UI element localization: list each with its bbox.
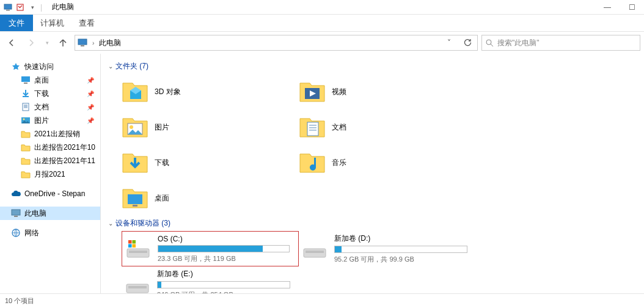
sidebar-item[interactable]: 桌面📌 (0, 73, 100, 87)
sidebar-item-label: OneDrive - Stepan (24, 189, 85, 198)
drive-name: OS (C:) (158, 235, 290, 243)
this-pc-icon (4, 3, 12, 12)
sidebar-network[interactable]: 网络 (0, 226, 100, 240)
svg-point-23 (130, 125, 133, 129)
svg-rect-34 (133, 240, 136, 244)
svg-rect-10 (23, 103, 29, 111)
sidebar-item[interactable]: 出差报告2021年10 (0, 141, 100, 154)
drive-name: 新加卷 (E:) (157, 269, 290, 279)
maximize-button[interactable]: ☐ (620, 0, 644, 15)
folder-item[interactable]: 文档 (299, 109, 476, 145)
sidebar-item-label: 快速访问 (24, 62, 54, 72)
svg-rect-8 (24, 82, 27, 84)
up-button[interactable] (55, 35, 71, 51)
svg-rect-9 (23, 96, 29, 97)
document-folder-icon (299, 114, 326, 141)
svg-rect-4 (81, 45, 84, 46)
svg-rect-36 (133, 244, 136, 248)
sidebar-item-label: 月报2021 (34, 169, 65, 180)
ribbon-file-tab[interactable]: 文件 (0, 15, 33, 31)
svg-rect-16 (12, 210, 20, 215)
download-icon (21, 89, 31, 98)
svg-rect-28 (128, 194, 142, 204)
drive-item[interactable]: 新加卷 (E:)246 GB 可用，共 254 GB (122, 266, 299, 293)
section-folders[interactable]: ⌄ 文件夹 (7) (103, 59, 644, 74)
folder-label: 3D 对象 (155, 87, 181, 97)
drive-text: 23.3 GB 可用，共 119 GB (158, 254, 290, 263)
sidebar: 快速访问 桌面📌下载📌文档📌图片📌2021出差报销出差报告2021年10出差报告… (0, 54, 101, 293)
sidebar-item[interactable]: 下载📌 (0, 87, 100, 100)
sidebar-item[interactable]: 2021出差报销 (0, 127, 100, 141)
forward-button[interactable] (23, 35, 39, 51)
history-dropdown[interactable]: ▾ (43, 35, 51, 51)
drive-usage-bar (334, 246, 467, 253)
ribbon-tab-view[interactable]: 查看 (71, 15, 102, 31)
pin-icon: 📌 (87, 77, 94, 84)
sidebar-item-label: 2021出差报销 (34, 129, 80, 139)
svg-rect-29 (133, 205, 137, 207)
folder-item[interactable]: 音乐 (299, 145, 476, 180)
svg-rect-0 (4, 4, 12, 9)
svg-rect-38 (306, 251, 324, 253)
search-input[interactable]: 搜索"此电脑" (481, 35, 640, 51)
sidebar-item-label: 文档 (34, 102, 49, 112)
drive-text: 95.2 GB 可用，共 99.9 GB (334, 255, 467, 264)
ribbon-tab-computer[interactable]: 计算机 (33, 15, 71, 31)
folder-item[interactable]: 下载 (122, 145, 299, 180)
qat-properties-icon[interactable] (16, 3, 24, 12)
svg-point-5 (486, 40, 491, 45)
this-pc-icon (78, 38, 87, 48)
folder-item[interactable]: 3D 对象 (122, 74, 299, 109)
qat-dropdown-icon[interactable]: ▾ (28, 3, 37, 12)
sidebar-onedrive[interactable]: OneDrive - Stepan (0, 187, 100, 200)
drive-usage-bar (158, 245, 290, 252)
drive-name: 新加卷 (D:) (334, 233, 467, 244)
svg-rect-3 (78, 39, 87, 45)
sidebar-this-pc[interactable]: 此电脑 (0, 207, 100, 220)
sidebar-item-label: 出差报告2021年10 (34, 142, 95, 153)
address-dropdown[interactable]: ˅ (442, 38, 456, 47)
chevron-right-icon[interactable]: › (91, 40, 95, 46)
svg-rect-1 (6, 10, 10, 11)
pin-icon: 📌 (87, 117, 94, 124)
minimize-button[interactable]: — (595, 0, 620, 15)
folder-item[interactable]: 视频 (299, 74, 476, 109)
drive-icon (301, 235, 328, 262)
star-icon (11, 62, 21, 72)
document-icon (21, 102, 31, 112)
svg-rect-7 (21, 76, 30, 82)
folder-label: 视频 (332, 87, 346, 97)
folder-item[interactable]: 桌面 (122, 180, 299, 216)
address-bar: ▾ › 此电脑 ˅ 搜索"此电脑" (0, 32, 644, 54)
drive-usage-bar (157, 281, 290, 288)
sidebar-item[interactable]: 出差报告2021年11 (0, 154, 100, 167)
sidebar-item[interactable]: 图片📌 (0, 114, 100, 127)
section-label: 文件夹 (7) (115, 61, 148, 72)
sidebar-quick-access[interactable]: 快速访问 (0, 60, 100, 73)
address-box[interactable]: › 此电脑 ˅ (75, 35, 478, 51)
drive-icon (124, 271, 151, 293)
section-label: 设备和驱动器 (3) (115, 218, 170, 229)
svg-rect-40 (128, 286, 147, 288)
folder-label: 文档 (332, 122, 346, 133)
content-area: ⌄ 文件夹 (7) 3D 对象视频图片文档下载音乐桌面 ⌄ 设备和驱动器 (3)… (101, 54, 644, 293)
desktop-folder-icon (122, 185, 148, 211)
chevron-down-icon: ⌄ (108, 63, 113, 70)
folder-item[interactable]: 图片 (122, 109, 299, 145)
drive-item[interactable]: OS (C:)23.3 GB 可用，共 119 GB (122, 231, 299, 266)
video-folder-icon (299, 78, 326, 105)
svg-rect-33 (128, 240, 132, 244)
svg-rect-35 (128, 244, 132, 248)
section-drives[interactable]: ⌄ 设备和驱动器 (3) (103, 216, 644, 231)
monitor-icon (11, 208, 21, 218)
svg-rect-31 (129, 251, 147, 253)
status-items: 10 个项目 (5, 296, 34, 306)
refresh-button[interactable] (460, 38, 475, 47)
drive-item[interactable]: 新加卷 (D:)95.2 GB 可用，共 99.9 GB (299, 231, 476, 266)
sidebar-item[interactable]: 文档📌 (0, 100, 100, 114)
sidebar-item-label: 桌面 (34, 75, 49, 86)
sidebar-item[interactable]: 月报2021 (0, 167, 100, 181)
sidebar-item-label: 下载 (34, 89, 49, 99)
music-folder-icon (299, 149, 326, 176)
back-button[interactable] (4, 35, 20, 51)
